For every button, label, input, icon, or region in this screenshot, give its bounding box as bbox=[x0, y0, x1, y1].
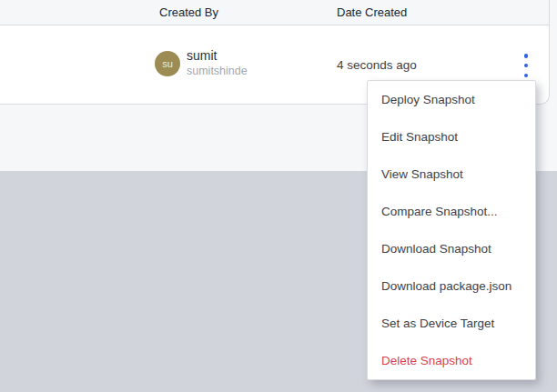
column-header-created-by: Created By bbox=[159, 0, 218, 25]
kebab-dot bbox=[524, 74, 529, 78]
menu-item-download-package-json[interactable]: Download package.json bbox=[368, 267, 535, 305]
column-header-date-created: Date Created bbox=[337, 0, 407, 25]
user-name: sumit bbox=[187, 48, 248, 64]
user-username: sumitshinde bbox=[187, 64, 248, 78]
created-by-cell: sumit sumitshinde bbox=[187, 48, 248, 78]
menu-item-compare-snapshot[interactable]: Compare Snapshot... bbox=[368, 193, 535, 230]
menu-item-deploy-snapshot[interactable]: Deploy Snapshot bbox=[368, 81, 535, 118]
snapshot-context-menu: Deploy Snapshot Edit Snapshot View Snaps… bbox=[367, 80, 536, 380]
kebab-dot bbox=[524, 64, 529, 68]
kebab-menu-icon[interactable] bbox=[520, 54, 532, 77]
menu-item-view-snapshot[interactable]: View Snapshot bbox=[368, 156, 535, 193]
table-header-row: Created By Date Created bbox=[0, 0, 549, 25]
menu-item-delete-snapshot[interactable]: Delete Snapshot bbox=[368, 342, 535, 379]
avatar: su bbox=[155, 51, 180, 76]
menu-item-set-as-device-target[interactable]: Set as Device Target bbox=[368, 305, 535, 342]
kebab-dot bbox=[524, 54, 529, 58]
menu-item-edit-snapshot[interactable]: Edit Snapshot bbox=[368, 118, 535, 156]
menu-item-download-snapshot[interactable]: Download Snapshot bbox=[368, 230, 535, 267]
